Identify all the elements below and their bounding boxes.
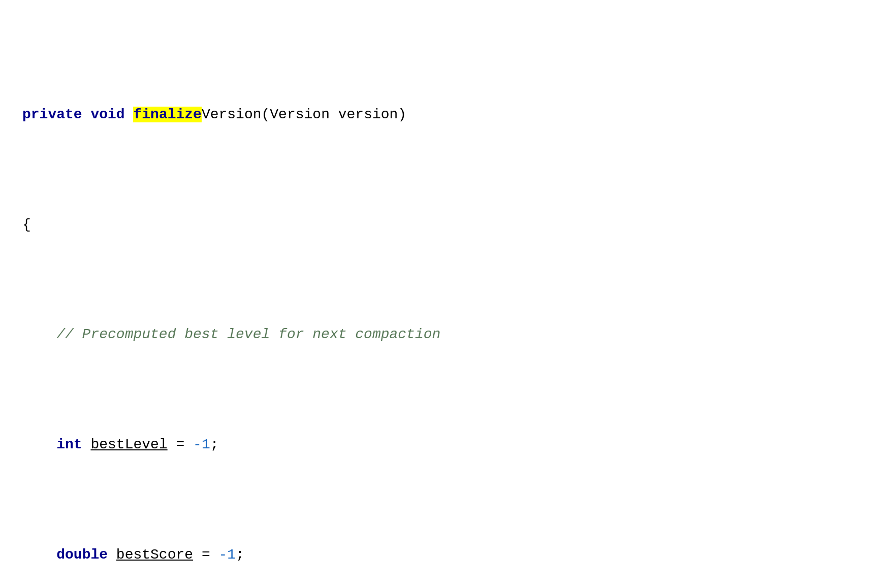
code-line-3: // Precomputed best level for next compa… — [20, 323, 875, 345]
assign-1: = — [168, 437, 193, 452]
num-neg1-1: -1 — [193, 437, 210, 452]
keyword-private: private — [22, 107, 82, 122]
keyword-double-1: double — [56, 547, 108, 563]
code-line-2: { — [20, 214, 875, 236]
keyword-void: void — [90, 107, 124, 122]
comment-1: // Precomputed best level for next compa… — [22, 326, 440, 342]
semi-2: ; — [236, 547, 244, 563]
num-neg1-2: -1 — [219, 547, 236, 563]
highlight-finalize: finalize — [133, 107, 201, 122]
code-line-5: double bestScore = -1; — [20, 544, 875, 566]
code-viewer: private void finalizeVersion(Version ver… — [20, 15, 875, 588]
method-name: Version(Version version) — [202, 107, 406, 122]
semi-1: ; — [210, 437, 219, 452]
var-bestlevel: bestLevel — [90, 437, 167, 452]
assign-2: = — [193, 547, 218, 563]
brace-open: { — [22, 217, 31, 233]
var-bestscore: bestScore — [116, 547, 193, 563]
code-line-4: int bestLevel = -1; — [20, 434, 875, 455]
code-line-1: private void finalizeVersion(Version ver… — [20, 104, 875, 125]
keyword-int-1: int — [56, 437, 82, 452]
